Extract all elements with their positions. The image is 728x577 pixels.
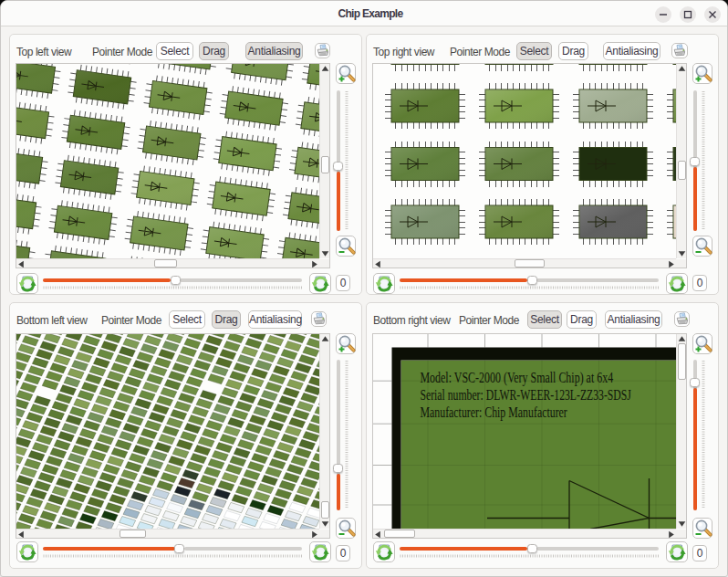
- svg-text:Serial number: DLWR-WEER-123L-: Serial number: DLWR-WEER-123L-ZZ33-SDSJ: [420, 387, 631, 403]
- svg-text:Model: VSC-2000 (Very Small Ch: Model: VSC-2000 (Very Small Chip) at 6x4: [420, 370, 613, 386]
- svg-text:Manufacturer: Chip Manufacture: Manufacturer: Chip Manufacturer: [420, 404, 567, 420]
